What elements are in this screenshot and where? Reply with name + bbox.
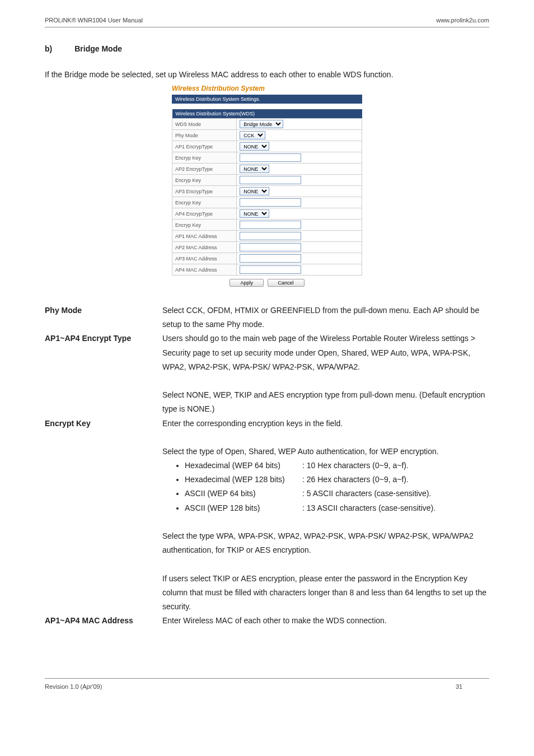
- def-term-mac-address: AP1~AP4 MAC Address: [45, 614, 157, 628]
- list-item: ASCII (WEP 128 bits): 13 ASCII character…: [185, 501, 489, 515]
- section-heading: b) Bridge Mode: [45, 44, 489, 53]
- section-title: Bridge Mode: [74, 44, 122, 53]
- encrypt-key-input[interactable]: [240, 198, 301, 207]
- wep-options-list: Hexadecimal (WEP 64 bits): 10 Hex charac…: [162, 459, 489, 515]
- field-label: Encryp Key: [172, 175, 237, 186]
- field-label: AP2 EncrypType: [172, 164, 237, 175]
- field-label: AP1 MAC Address: [172, 231, 237, 242]
- field-label: AP3 EncrypType: [172, 186, 237, 197]
- field-label: AP1 EncrypType: [172, 141, 237, 152]
- list-item: ASCII (WEP 64 bits): 5 ASCII characters …: [185, 487, 489, 501]
- list-item: Hexadecimal (WEP 64 bits): 10 Hex charac…: [185, 459, 489, 473]
- ap4-encryptype-select[interactable]: NONE: [240, 209, 269, 218]
- embedded-screenshot: Wireless Distribution System Wireless Di…: [45, 85, 489, 287]
- header-right: www.prolink2u.com: [436, 17, 489, 24]
- definitions-table: Phy Mode Select CCK, OFDM, HTMIX or GREE…: [45, 304, 489, 628]
- phy-mode-select[interactable]: CCK: [240, 131, 265, 139]
- def-text: Users should go to the main web page of …: [162, 332, 489, 374]
- def-text: Enter Wireless MAC of each other to make…: [162, 614, 489, 628]
- ap2-mac-input[interactable]: [240, 243, 301, 251]
- ap2-encryptype-select[interactable]: NONE: [240, 165, 269, 173]
- wds-settings-table: Wireless Distribution System(WDS) WDS Mo…: [172, 109, 362, 276]
- footer-page-number: 31: [456, 683, 489, 690]
- def-term-encrypt-type: AP1~AP4 Encrypt Type: [45, 332, 157, 416]
- apply-button[interactable]: Apply: [229, 279, 264, 287]
- field-label: Encryp Key: [172, 152, 237, 164]
- ap1-encryptype-select[interactable]: NONE: [240, 142, 269, 151]
- ap1-mac-input[interactable]: [240, 232, 301, 240]
- encrypt-key-input[interactable]: [240, 176, 301, 184]
- page-footer: Revision 1.0 (Apr'09) 31: [45, 678, 489, 690]
- def-text: Select NONE, WEP, TKIP and AES encryptio…: [162, 388, 489, 416]
- def-text: Select CCK, OFDM, HTMIX or GREENFIELD fr…: [162, 304, 489, 332]
- wds-group-header: Wireless Distribution System(WDS): [172, 109, 362, 119]
- def-text: Select the type of Open, Shared, WEP Aut…: [162, 445, 489, 459]
- field-label: AP2 MAC Address: [172, 242, 237, 253]
- ap3-encryptype-select[interactable]: NONE: [240, 187, 269, 195]
- def-text: Enter the corresponding encryption keys …: [162, 417, 489, 431]
- encrypt-key-input[interactable]: [240, 221, 301, 229]
- def-text: If users select TKIP or AES encryption, …: [162, 572, 489, 614]
- def-term-phy-mode: Phy Mode: [45, 304, 157, 332]
- def-term-encrypt-key: Encrypt Key: [45, 417, 157, 614]
- field-label: AP4 MAC Address: [172, 264, 237, 276]
- ap4-mac-input[interactable]: [240, 265, 301, 274]
- list-item: Hexadecimal (WEP 128 bits): 26 Hex chara…: [185, 473, 489, 487]
- cancel-button[interactable]: Cancel: [268, 279, 305, 287]
- section-intro: If the Bridge mode be selected, set up W…: [45, 70, 489, 79]
- def-text: Select the type WPA, WPA-PSK, WPA2, WPA2…: [162, 529, 489, 557]
- wds-mode-select[interactable]: Bridge Mode: [240, 120, 283, 128]
- ap3-mac-input[interactable]: [240, 254, 301, 263]
- field-label: AP4 EncrypType: [172, 208, 237, 220]
- screenshot-title: Wireless Distribution System: [172, 85, 362, 92]
- field-label: Phy Mode: [172, 130, 237, 141]
- header-left: PROLiNK® WNR1004 User Manual: [45, 17, 143, 24]
- encrypt-key-input[interactable]: [240, 153, 301, 162]
- field-label: Encryp Key: [172, 197, 237, 208]
- section-letter: b): [45, 44, 52, 53]
- field-label: WDS Mode: [172, 119, 237, 130]
- field-label: AP3 MAC Address: [172, 253, 237, 264]
- field-label: Encryp Key: [172, 220, 237, 231]
- screenshot-subtitle-bar: Wireless Distribution System Settings.: [172, 95, 362, 104]
- page-header: PROLiNK® WNR1004 User Manual www.prolink…: [45, 17, 489, 27]
- footer-revision: Revision 1.0 (Apr'09): [45, 683, 456, 690]
